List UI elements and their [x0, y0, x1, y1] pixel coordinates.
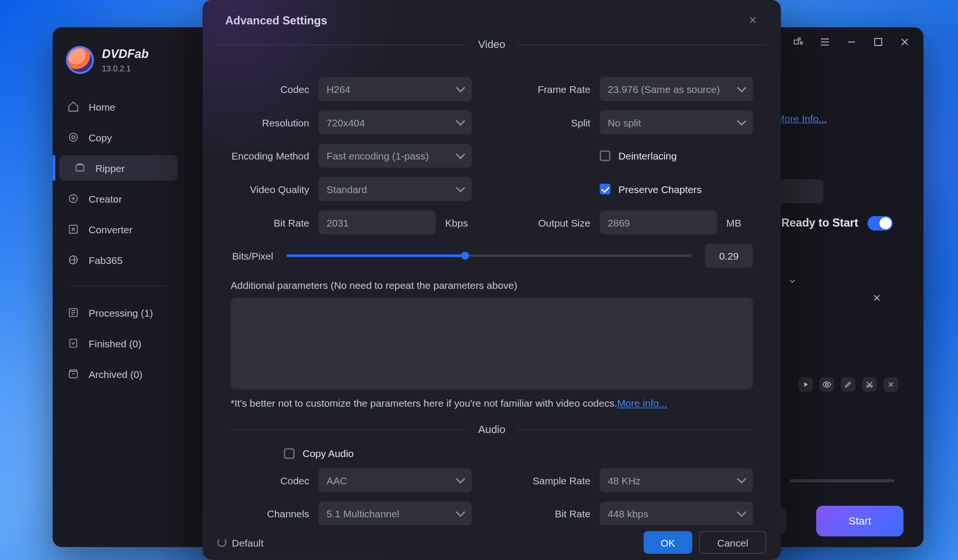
channels-select[interactable]: 5.1 Multichannel: [319, 502, 472, 525]
quality-label: Video Quality: [230, 183, 309, 195]
framerate-select[interactable]: 23.976 (Same as source): [600, 77, 753, 101]
additional-params-label: Additional parameters (No need to repeat…: [230, 280, 753, 291]
codec-note-text: *It's better not to customize the parame…: [230, 398, 617, 409]
chevron-down-icon: [737, 116, 746, 126]
preserve-chapters-checkbox[interactable]: [600, 184, 610, 194]
additional-params-textarea[interactable]: [230, 298, 753, 390]
maximize-icon[interactable]: [871, 35, 885, 49]
creator-icon: [67, 193, 79, 205]
more-info-link[interactable]: More info...: [617, 398, 667, 409]
quality-select[interactable]: Standard: [319, 177, 472, 201]
chevron-down-icon: [456, 83, 465, 93]
channels-value: 5.1 Multichannel: [327, 508, 399, 520]
cancel-label: Cancel: [717, 537, 748, 548]
play-icon[interactable]: [798, 377, 813, 392]
close-icon[interactable]: [748, 15, 761, 28]
split-value: No split: [608, 117, 641, 128]
edit-icon[interactable]: [841, 377, 855, 392]
encoding-select[interactable]: Fast encoding (1-pass): [319, 144, 472, 168]
chevron-down-icon: [456, 116, 465, 126]
deinterlacing-checkbox[interactable]: [600, 150, 610, 161]
bitrate-value: 2031: [327, 217, 349, 229]
bitrate-unit: Kbps: [445, 217, 472, 229]
sidebar: DVDFab 13.0.2.1 Home Copy Ripper Creator: [53, 27, 184, 547]
more-info-link[interactable]: More Info...: [776, 113, 827, 124]
samplerate-select[interactable]: 48 KHz: [600, 469, 753, 492]
audio-bitrate-select[interactable]: 448 kbps: [600, 502, 753, 525]
reset-icon: [217, 538, 226, 547]
chevron-down-icon: [737, 83, 746, 93]
cut-icon[interactable]: [862, 377, 877, 392]
codec-select[interactable]: H264: [319, 77, 472, 101]
sidebar-item-label: Copy: [89, 132, 112, 143]
cancel-button[interactable]: Cancel: [699, 531, 766, 554]
output-size-value: 2869: [608, 217, 630, 229]
brand-version: 13.0.2.1: [102, 64, 148, 73]
menu-icon[interactable]: [818, 35, 832, 49]
minimize-icon[interactable]: [845, 35, 858, 49]
processing-icon: [67, 307, 79, 319]
sidebar-item-archived[interactable]: Archived (0): [53, 361, 184, 387]
slider-thumb[interactable]: [461, 252, 469, 260]
copy-audio-label: Copy Audio: [303, 448, 354, 459]
ready-toggle[interactable]: [867, 216, 893, 231]
svg-rect-0: [875, 38, 882, 46]
extensions-icon[interactable]: [792, 35, 805, 49]
codec-value: H264: [327, 84, 351, 95]
codec-label: Codec: [230, 84, 309, 95]
svg-rect-3: [76, 165, 84, 171]
sidebar-item-home[interactable]: Home: [53, 94, 184, 119]
brand-name: DVDFab: [102, 47, 148, 61]
sidebar-item-processing[interactable]: Processing (1): [53, 300, 184, 325]
sidebar-item-label: Processing (1): [89, 307, 153, 319]
ok-button[interactable]: OK: [643, 531, 692, 554]
deinterlacing-label: Deinterlacing: [618, 150, 677, 162]
sidebar-item-creator[interactable]: Creator: [53, 186, 184, 211]
progress-bar: [789, 479, 895, 482]
audio-codec-label: Codec: [230, 475, 309, 486]
copy-audio-checkbox[interactable]: [284, 448, 295, 458]
sidebar-item-label: Fab365: [89, 254, 123, 266]
svg-point-2: [72, 136, 75, 138]
chevron-down-icon: [456, 150, 465, 160]
output-size-input[interactable]: 2869: [600, 211, 717, 235]
bitspixel-label: Bits/Pixel: [230, 250, 273, 262]
sidebar-item-fab365[interactable]: Fab365: [53, 247, 184, 273]
audio-codec-select[interactable]: AAC: [319, 469, 472, 492]
bitspixel-slider[interactable]: [286, 254, 692, 257]
copy-icon: [67, 131, 79, 143]
remove-item-icon[interactable]: [871, 293, 882, 306]
svg-point-10: [826, 383, 828, 386]
sidebar-item-label: Finished (0): [89, 338, 141, 349]
bitrate-label: Bit Rate: [230, 217, 309, 229]
chevron-down-icon: [456, 474, 465, 484]
sidebar-item-ripper[interactable]: Ripper: [59, 155, 178, 181]
split-select[interactable]: No split: [600, 111, 753, 135]
sidebar-item-converter[interactable]: Converter: [53, 217, 184, 242]
bitspixel-value[interactable]: 0.29: [705, 244, 753, 268]
bitrate-input[interactable]: 2031: [319, 211, 436, 235]
sidebar-item-label: Archived (0): [89, 368, 142, 380]
sidebar-item-copy[interactable]: Copy: [53, 125, 184, 150]
encoding-label: Encoding Method: [230, 150, 309, 162]
audio-codec-value: AAC: [327, 475, 347, 486]
ready-label: Ready to Start: [781, 217, 858, 230]
sidebar-item-finished[interactable]: Finished (0): [53, 331, 184, 356]
default-button[interactable]: Default: [217, 537, 263, 548]
output-size-label: Output Size: [512, 217, 590, 229]
delete-icon[interactable]: [883, 377, 898, 392]
close-icon[interactable]: [898, 35, 912, 49]
quality-value: Standard: [327, 183, 367, 195]
resolution-select[interactable]: 720x404: [319, 111, 472, 135]
audio-bitrate-label: Bit Rate: [512, 508, 590, 520]
converter-icon: [67, 223, 79, 235]
start-button[interactable]: Start: [816, 506, 903, 537]
chevron-down-icon: [737, 508, 746, 517]
ripper-icon: [74, 162, 86, 174]
option-dropdown[interactable]: [787, 276, 802, 291]
default-label: Default: [232, 537, 263, 548]
dialog-title: Advanced Settings: [225, 15, 327, 28]
framerate-value: 23.976 (Same as source): [608, 84, 720, 95]
samplerate-value: 48 KHz: [608, 475, 640, 486]
preview-icon[interactable]: [820, 377, 834, 392]
